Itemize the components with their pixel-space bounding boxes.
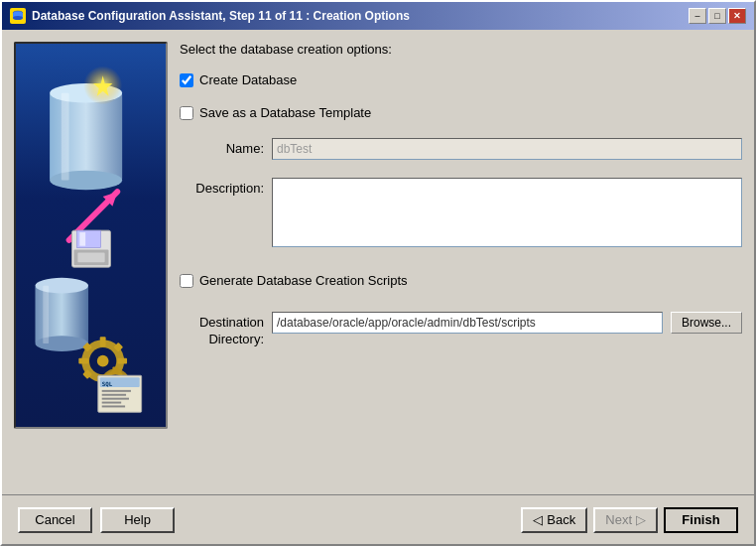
description-row: Description: <box>180 178 742 247</box>
svg-rect-35 <box>112 366 118 374</box>
minimize-button[interactable]: – <box>689 8 706 24</box>
cancel-button[interactable]: Cancel <box>18 507 92 533</box>
illustration-panel: SQL <box>14 42 168 429</box>
back-label: Back <box>547 512 575 527</box>
save-template-checkbox[interactable] <box>180 106 193 120</box>
finish-button[interactable]: Finish <box>664 507 738 533</box>
back-button[interactable]: ◁ Back <box>521 507 587 533</box>
svg-rect-7 <box>62 93 69 181</box>
generate-scripts-row: Generate Database Creation Scripts <box>180 273 742 288</box>
create-database-label: Create Database <box>199 72 297 87</box>
next-arrow-icon: ▷ <box>636 512 646 527</box>
footer: Cancel Help ◁ Back Next ▷ Finish <box>2 494 754 544</box>
save-template-label: Save as a Database Template <box>199 105 371 120</box>
svg-rect-16 <box>77 253 104 263</box>
create-database-checkbox[interactable] <box>180 73 193 87</box>
generate-scripts-checkbox[interactable] <box>180 274 193 288</box>
svg-rect-27 <box>117 358 127 364</box>
svg-rect-26 <box>78 358 88 364</box>
name-input[interactable] <box>272 138 742 160</box>
help-button[interactable]: Help <box>100 507 175 533</box>
footer-right-buttons: ◁ Back Next ▷ Finish <box>521 507 738 533</box>
description-textarea[interactable] <box>272 178 742 247</box>
svg-rect-42 <box>102 390 131 392</box>
description-label: Description: <box>180 178 264 196</box>
svg-rect-43 <box>102 394 126 396</box>
footer-left-buttons: Cancel Help <box>18 507 175 533</box>
title-bar: Database Configuration Assistant, Step 1… <box>2 2 754 30</box>
instruction-text: Select the database creation options: <box>180 42 742 57</box>
svg-point-23 <box>97 355 109 367</box>
right-panel: Select the database creation options: Cr… <box>180 42 742 482</box>
main-window: Database Configuration Assistant, Step 1… <box>0 0 756 546</box>
title-buttons: – □ ✕ <box>689 8 746 24</box>
content-area: SQL Select the database creation options… <box>2 30 754 494</box>
create-database-row: Create Database <box>180 72 742 87</box>
close-button[interactable]: ✕ <box>728 8 746 24</box>
svg-rect-4 <box>50 93 122 181</box>
destination-label: DestinationDirectory: <box>180 312 264 348</box>
name-row: Name: <box>180 138 742 160</box>
svg-rect-46 <box>102 405 125 407</box>
destination-row: DestinationDirectory: Browse... <box>180 312 742 348</box>
title-text: Database Configuration Assistant, Step 1… <box>32 9 410 23</box>
maximize-button[interactable]: □ <box>708 8 726 24</box>
app-icon <box>10 8 26 24</box>
svg-point-6 <box>50 171 122 190</box>
svg-rect-24 <box>100 337 106 346</box>
next-label: Next <box>605 512 632 527</box>
svg-rect-20 <box>43 286 49 343</box>
next-button[interactable]: Next ▷ <box>593 507 658 533</box>
title-bar-left: Database Configuration Assistant, Step 1… <box>10 8 410 24</box>
name-label: Name: <box>180 138 264 156</box>
svg-rect-45 <box>102 402 121 404</box>
generate-scripts-label: Generate Database Creation Scripts <box>199 273 408 288</box>
svg-rect-44 <box>102 398 129 400</box>
svg-text:SQL: SQL <box>102 381 113 387</box>
svg-point-2 <box>13 16 23 20</box>
destination-input[interactable] <box>272 312 663 334</box>
browse-button[interactable]: Browse... <box>671 312 742 334</box>
back-arrow-icon: ◁ <box>533 512 543 527</box>
svg-rect-14 <box>79 232 85 246</box>
save-template-row: Save as a Database Template <box>180 105 742 120</box>
